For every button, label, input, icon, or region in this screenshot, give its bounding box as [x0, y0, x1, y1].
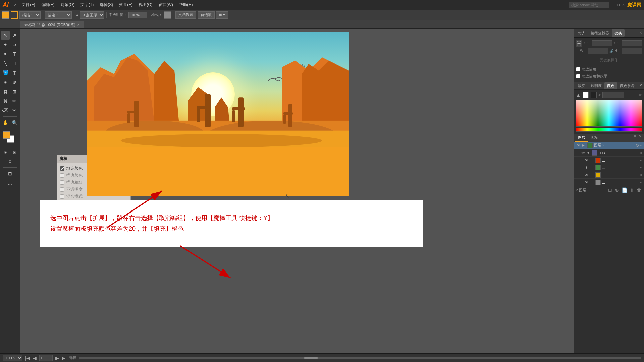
color-section-close[interactable]: ×	[639, 82, 643, 89]
window-close[interactable]: ×	[622, 3, 625, 7]
layer-yellow-target[interactable]: ○	[640, 173, 642, 177]
hex-color-input[interactable]: EF9D2E	[602, 92, 624, 98]
white-swatch[interactable]	[583, 92, 589, 98]
new-sublayer[interactable]: ⊕	[614, 187, 620, 193]
tab-color[interactable]: 颜色	[604, 82, 617, 89]
layers-panel-close[interactable]: ×	[638, 134, 643, 142]
link-icon[interactable]: 🔗	[609, 49, 613, 53]
layer-item-gray[interactable]: 👁 ... ○	[574, 179, 644, 186]
layer2-expand[interactable]: ▶	[582, 143, 586, 147]
layer-red-visibility[interactable]: 👁	[584, 158, 589, 162]
blend-tool[interactable]: ◈	[1, 78, 10, 86]
gradient-tool[interactable]: ◫	[10, 68, 19, 77]
menu-object[interactable]: 对象(O)	[58, 1, 77, 9]
selection-tool[interactable]: ↖	[1, 31, 10, 40]
artboards-button[interactable]: ⊟	[6, 169, 14, 178]
last-page-button[interactable]: ▶|	[62, 355, 67, 361]
layer2-visibility[interactable]: 👁	[576, 143, 581, 147]
opacity-checkbox[interactable]	[60, 187, 64, 192]
direct-select-tool[interactable]: ↗	[10, 31, 19, 40]
transform-origin-grid[interactable]	[576, 40, 582, 47]
hand-tool[interactable]: ✋	[1, 118, 10, 127]
scale-strokes-checkbox[interactable]	[576, 67, 580, 71]
line-tool[interactable]: ╲	[1, 59, 10, 68]
color-picker-icon[interactable]: ✏	[639, 93, 642, 97]
rect-tool[interactable]: □	[10, 59, 19, 68]
next-page-button[interactable]: ▶	[55, 355, 59, 361]
layer-item-layer2[interactable]: 👁 ▶ 图层 2 ○	[574, 142, 644, 149]
symbol-sprayer[interactable]: ⊕	[10, 78, 19, 86]
window-minimize[interactable]: ─	[611, 3, 614, 7]
menu-select[interactable]: 选择(S)	[97, 1, 116, 9]
artwork-canvas[interactable]: ✈	[87, 32, 349, 196]
color-gradient-picker[interactable]	[576, 100, 642, 127]
layer-gray-visibility[interactable]: 👁	[584, 180, 589, 184]
none-mode[interactable]: ⊘	[6, 157, 14, 166]
prev-page-button[interactable]: ◀	[33, 355, 37, 361]
brush-select[interactable]: 3 点圆形	[80, 11, 104, 19]
tab-transform[interactable]: 变换	[612, 29, 625, 37]
style-swatch[interactable]	[164, 11, 171, 19]
eraser-tool[interactable]: ⌫	[1, 106, 10, 115]
gradient-mode[interactable]: ▣	[10, 147, 19, 156]
page-input[interactable]	[39, 355, 53, 361]
first-page-button[interactable]: |◀	[25, 355, 30, 361]
scissors-tool[interactable]: ✂	[10, 106, 19, 115]
w-input[interactable]	[588, 48, 608, 54]
tab-blend[interactable]: 淡变	[575, 82, 588, 89]
y-input[interactable]	[622, 40, 642, 46]
home-button[interactable]: ⌂	[12, 2, 18, 8]
tab-transparency[interactable]: 透明度	[588, 82, 604, 89]
new-layer[interactable]: 📄	[621, 187, 628, 193]
stroke-width-checkbox[interactable]	[60, 180, 64, 185]
menu-window[interactable]: 窗口(W)	[156, 1, 176, 9]
type-tool[interactable]: T	[10, 50, 19, 58]
column-graph[interactable]: ▦	[1, 87, 10, 96]
magic-wand-tool[interactable]: ✦	[1, 40, 10, 49]
foreground-color[interactable]	[3, 131, 10, 139]
menu-help[interactable]: 帮助(H)	[176, 1, 196, 9]
preferences-button[interactable]: 首选项	[198, 11, 215, 19]
tab-color-ref[interactable]: 颜色参考	[617, 82, 637, 89]
stroke-color-swatch[interactable]	[11, 11, 18, 19]
right-panel-close[interactable]: ×	[639, 29, 643, 37]
pen-tool[interactable]: ✒	[1, 50, 10, 58]
window-maximize[interactable]: □	[617, 3, 620, 7]
search-input[interactable]	[569, 2, 609, 8]
scale-effects-checkbox[interactable]	[576, 74, 580, 78]
zoom-tool[interactable]: 🔍	[10, 118, 19, 127]
layer-item-yellow[interactable]: 👁 ... ○	[574, 171, 644, 179]
move-to-layer[interactable]: ⇑	[629, 187, 635, 193]
zoom-select[interactable]: 100%	[3, 355, 22, 361]
black-swatch[interactable]	[591, 92, 597, 98]
menu-text[interactable]: 文字(T)	[78, 1, 96, 9]
more-tools[interactable]: …	[6, 179, 14, 187]
fill-color-checkbox[interactable]	[60, 166, 64, 171]
tab-pathfinder[interactable]: 路径查找器	[588, 29, 612, 37]
tab-close-button[interactable]: ×	[77, 23, 79, 27]
delete-layer[interactable]: 🗑	[636, 187, 642, 193]
opacity-input[interactable]	[128, 12, 147, 18]
stroke-color-checkbox[interactable]	[60, 173, 64, 178]
blend-mode-checkbox[interactable]	[60, 194, 64, 199]
fill-color-swatch[interactable]	[2, 11, 9, 19]
layer-gray-target[interactable]: ○	[640, 180, 642, 184]
layer-green-target[interactable]: ○	[640, 166, 642, 169]
interpolation-select[interactable]: 插描：	[19, 11, 41, 19]
layers-tab[interactable]: 图层	[575, 134, 588, 142]
hue-slider[interactable]	[576, 128, 642, 132]
color-mode[interactable]: ◉	[1, 147, 10, 156]
layer-red-target[interactable]: ○	[640, 158, 642, 162]
layer-item-red[interactable]: 👁 ... ○	[574, 157, 644, 164]
layers-menu[interactable]: ≡	[633, 134, 638, 142]
layer2-visibility-btn[interactable]: ○	[640, 143, 642, 147]
artboards-tab[interactable]: 画板	[588, 134, 601, 142]
menu-edit[interactable]: 编辑(E)	[39, 1, 57, 9]
layer-item-green[interactable]: 👁 ... ○	[574, 164, 644, 171]
layer-green-visibility[interactable]: 👁	[584, 166, 589, 170]
layer-item-003[interactable]: 👁 ▼ 003 ○	[574, 149, 644, 157]
layer-003-expand[interactable]: ▼	[587, 151, 591, 155]
layer-003-target[interactable]: ○	[640, 151, 642, 155]
canvas-area[interactable]: 魔棒 ─ × ≡ 填充颜色 容差： 20 ▶ 描边颜色 容	[20, 29, 574, 353]
stroke-select[interactable]: 描边：	[45, 11, 72, 19]
